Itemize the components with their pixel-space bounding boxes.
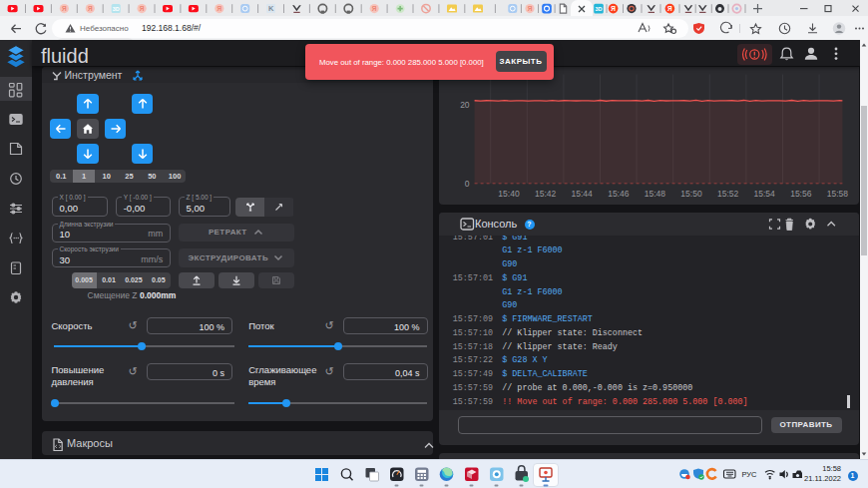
svg-text:15:52: 15:52 (717, 188, 739, 198)
svg-text:15:40: 15:40 (498, 188, 520, 198)
svg-text:15:46: 15:46 (608, 188, 630, 198)
svg-text:15:50: 15:50 (680, 188, 702, 198)
svg-text:15:48: 15:48 (645, 188, 666, 198)
svg-text:15:42: 15:42 (535, 188, 557, 198)
svg-text:15:44: 15:44 (572, 188, 594, 198)
svg-text:15:56: 15:56 (790, 188, 812, 198)
svg-text:15:58: 15:58 (827, 188, 849, 198)
svg-text:0: 0 (465, 178, 470, 188)
svg-text:15:54: 15:54 (754, 188, 776, 198)
svg-text:20: 20 (460, 99, 470, 109)
